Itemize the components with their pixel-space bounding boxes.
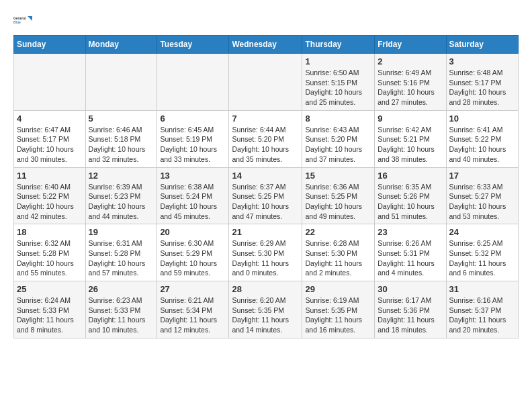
calendar-header-row: SundayMondayTuesdayWednesdayThursdayFrid… xyxy=(14,36,519,54)
day-detail: Sunrise: 6:23 AM Sunset: 5:33 PM Dayligh… xyxy=(89,295,154,335)
svg-marker-2 xyxy=(28,16,32,21)
calendar-week-row: 11Sunrise: 6:40 AM Sunset: 5:22 PM Dayli… xyxy=(14,167,519,224)
calendar-week-row: 25Sunrise: 6:24 AM Sunset: 5:33 PM Dayli… xyxy=(14,281,519,338)
calendar-cell: 10Sunrise: 6:41 AM Sunset: 5:22 PM Dayli… xyxy=(446,110,518,167)
day-header-thursday: Thursday xyxy=(302,36,375,54)
day-detail: Sunrise: 6:26 AM Sunset: 5:31 PM Dayligh… xyxy=(378,238,443,278)
calendar-cell: 28Sunrise: 6:20 AM Sunset: 5:35 PM Dayli… xyxy=(229,281,302,338)
day-header-sunday: Sunday xyxy=(14,36,86,54)
day-detail: Sunrise: 6:17 AM Sunset: 5:36 PM Dayligh… xyxy=(378,295,443,335)
day-number: 27 xyxy=(160,284,226,294)
day-number: 6 xyxy=(160,113,226,124)
calendar-cell: 13Sunrise: 6:38 AM Sunset: 5:24 PM Dayli… xyxy=(157,167,229,224)
calendar-cell: 26Sunrise: 6:23 AM Sunset: 5:33 PM Dayli… xyxy=(85,281,157,338)
calendar-week-row: 18Sunrise: 6:32 AM Sunset: 5:28 PM Dayli… xyxy=(14,224,519,281)
day-detail: Sunrise: 6:25 AM Sunset: 5:32 PM Dayligh… xyxy=(449,238,515,278)
day-detail: Sunrise: 6:49 AM Sunset: 5:16 PM Dayligh… xyxy=(378,68,443,107)
day-number: 3 xyxy=(449,56,515,66)
day-detail: Sunrise: 6:33 AM Sunset: 5:27 PM Dayligh… xyxy=(449,182,515,222)
calendar-cell xyxy=(85,54,157,111)
day-header-friday: Friday xyxy=(375,36,446,54)
day-detail: Sunrise: 6:40 AM Sunset: 5:22 PM Dayligh… xyxy=(17,182,83,222)
day-number: 22 xyxy=(305,227,371,237)
day-detail: Sunrise: 6:21 AM Sunset: 5:34 PM Dayligh… xyxy=(160,295,226,335)
calendar-cell: 5Sunrise: 6:46 AM Sunset: 5:18 PM Daylig… xyxy=(85,110,157,167)
day-number: 26 xyxy=(89,284,154,294)
day-number: 25 xyxy=(17,284,83,294)
day-number: 23 xyxy=(378,227,443,237)
calendar-week-row: 1Sunrise: 6:50 AM Sunset: 5:15 PM Daylig… xyxy=(14,54,519,111)
logo-icon: GeneralBlue xyxy=(13,11,32,30)
calendar-cell: 18Sunrise: 6:32 AM Sunset: 5:28 PM Dayli… xyxy=(14,224,86,281)
day-number: 2 xyxy=(378,56,443,66)
day-number: 17 xyxy=(449,171,515,181)
page-header: GeneralBlue xyxy=(13,11,519,30)
day-number: 1 xyxy=(305,56,371,66)
day-header-tuesday: Tuesday xyxy=(157,36,229,54)
day-detail: Sunrise: 6:50 AM Sunset: 5:15 PM Dayligh… xyxy=(305,68,371,107)
day-detail: Sunrise: 6:37 AM Sunset: 5:25 PM Dayligh… xyxy=(232,182,299,222)
day-detail: Sunrise: 6:42 AM Sunset: 5:21 PM Dayligh… xyxy=(378,125,443,165)
day-detail: Sunrise: 6:39 AM Sunset: 5:23 PM Dayligh… xyxy=(89,182,154,222)
calendar-cell: 6Sunrise: 6:45 AM Sunset: 5:19 PM Daylig… xyxy=(157,110,229,167)
day-detail: Sunrise: 6:31 AM Sunset: 5:28 PM Dayligh… xyxy=(89,238,154,278)
day-number: 28 xyxy=(232,284,299,294)
day-number: 24 xyxy=(449,227,515,237)
calendar-cell: 1Sunrise: 6:50 AM Sunset: 5:15 PM Daylig… xyxy=(302,54,375,111)
day-detail: Sunrise: 6:19 AM Sunset: 5:35 PM Dayligh… xyxy=(305,295,371,335)
calendar-cell: 21Sunrise: 6:29 AM Sunset: 5:30 PM Dayli… xyxy=(229,224,302,281)
calendar-cell: 23Sunrise: 6:26 AM Sunset: 5:31 PM Dayli… xyxy=(375,224,446,281)
calendar-cell xyxy=(157,54,229,111)
svg-text:General: General xyxy=(13,17,26,20)
calendar-cell: 27Sunrise: 6:21 AM Sunset: 5:34 PM Dayli… xyxy=(157,281,229,338)
calendar-cell xyxy=(14,54,86,111)
calendar-cell: 31Sunrise: 6:16 AM Sunset: 5:37 PM Dayli… xyxy=(446,281,518,338)
day-detail: Sunrise: 6:46 AM Sunset: 5:18 PM Dayligh… xyxy=(89,125,154,165)
calendar-week-row: 4Sunrise: 6:47 AM Sunset: 5:17 PM Daylig… xyxy=(14,110,519,167)
day-number: 20 xyxy=(160,227,226,237)
day-number: 18 xyxy=(17,227,83,237)
day-detail: Sunrise: 6:29 AM Sunset: 5:30 PM Dayligh… xyxy=(232,238,299,278)
day-number: 30 xyxy=(378,284,443,294)
day-number: 13 xyxy=(160,171,226,181)
calendar-cell: 16Sunrise: 6:35 AM Sunset: 5:26 PM Dayli… xyxy=(375,167,446,224)
day-detail: Sunrise: 6:32 AM Sunset: 5:28 PM Dayligh… xyxy=(17,238,83,278)
calendar-cell: 17Sunrise: 6:33 AM Sunset: 5:27 PM Dayli… xyxy=(446,167,518,224)
day-number: 15 xyxy=(305,171,371,181)
day-detail: Sunrise: 6:48 AM Sunset: 5:17 PM Dayligh… xyxy=(449,68,515,107)
day-number: 4 xyxy=(17,113,83,124)
day-number: 19 xyxy=(89,227,154,237)
day-header-wednesday: Wednesday xyxy=(229,36,302,54)
day-detail: Sunrise: 6:38 AM Sunset: 5:24 PM Dayligh… xyxy=(160,182,226,222)
day-detail: Sunrise: 6:16 AM Sunset: 5:37 PM Dayligh… xyxy=(449,295,515,335)
logo: GeneralBlue xyxy=(13,11,32,30)
calendar-table: SundayMondayTuesdayWednesdayThursdayFrid… xyxy=(13,35,519,338)
calendar-cell: 11Sunrise: 6:40 AM Sunset: 5:22 PM Dayli… xyxy=(14,167,86,224)
day-number: 8 xyxy=(305,113,371,124)
svg-text:Blue: Blue xyxy=(13,21,21,24)
calendar-cell: 14Sunrise: 6:37 AM Sunset: 5:25 PM Dayli… xyxy=(229,167,302,224)
day-number: 5 xyxy=(89,113,154,124)
calendar-cell: 4Sunrise: 6:47 AM Sunset: 5:17 PM Daylig… xyxy=(14,110,86,167)
day-detail: Sunrise: 6:45 AM Sunset: 5:19 PM Dayligh… xyxy=(160,125,226,165)
day-number: 11 xyxy=(17,171,83,181)
day-number: 9 xyxy=(378,113,443,124)
day-detail: Sunrise: 6:44 AM Sunset: 5:20 PM Dayligh… xyxy=(232,125,299,165)
calendar-cell: 29Sunrise: 6:19 AM Sunset: 5:35 PM Dayli… xyxy=(302,281,375,338)
day-header-monday: Monday xyxy=(85,36,157,54)
calendar-cell: 7Sunrise: 6:44 AM Sunset: 5:20 PM Daylig… xyxy=(229,110,302,167)
calendar-cell: 22Sunrise: 6:28 AM Sunset: 5:30 PM Dayli… xyxy=(302,224,375,281)
day-detail: Sunrise: 6:47 AM Sunset: 5:17 PM Dayligh… xyxy=(17,125,83,165)
day-number: 7 xyxy=(232,113,299,124)
day-detail: Sunrise: 6:43 AM Sunset: 5:20 PM Dayligh… xyxy=(305,125,371,165)
day-detail: Sunrise: 6:28 AM Sunset: 5:30 PM Dayligh… xyxy=(305,238,371,278)
calendar-cell: 30Sunrise: 6:17 AM Sunset: 5:36 PM Dayli… xyxy=(375,281,446,338)
calendar-body: 1Sunrise: 6:50 AM Sunset: 5:15 PM Daylig… xyxy=(14,54,519,338)
calendar-cell: 20Sunrise: 6:30 AM Sunset: 5:29 PM Dayli… xyxy=(157,224,229,281)
day-detail: Sunrise: 6:30 AM Sunset: 5:29 PM Dayligh… xyxy=(160,238,226,278)
day-number: 29 xyxy=(305,284,371,294)
calendar-cell: 2Sunrise: 6:49 AM Sunset: 5:16 PM Daylig… xyxy=(375,54,446,111)
day-detail: Sunrise: 6:24 AM Sunset: 5:33 PM Dayligh… xyxy=(17,295,83,335)
day-number: 16 xyxy=(378,171,443,181)
day-number: 14 xyxy=(232,171,299,181)
